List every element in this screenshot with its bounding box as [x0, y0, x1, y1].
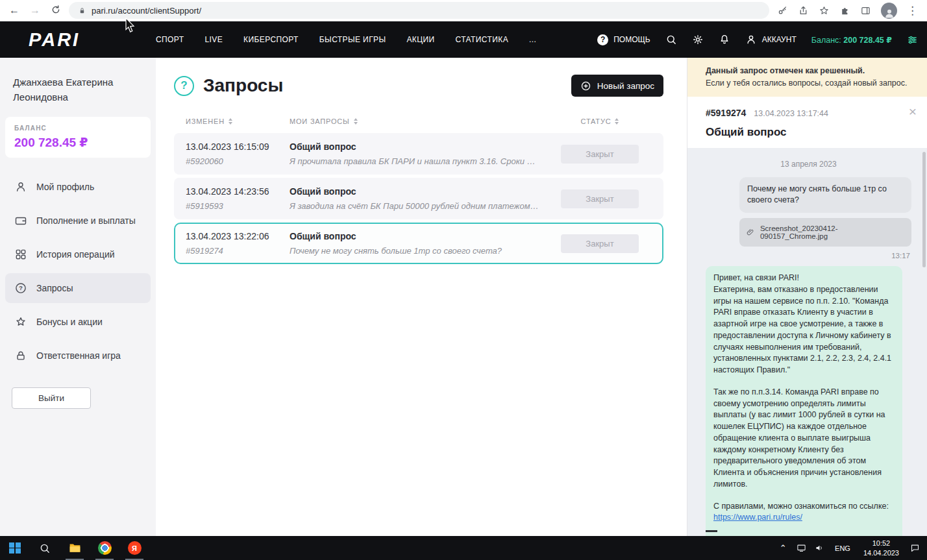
browser-profile-avatar[interactable]: [881, 3, 897, 19]
sidebar-item-label: Бонусы и акции: [36, 317, 103, 327]
language-indicator[interactable]: ENG: [829, 544, 856, 552]
windows-logo-icon: [9, 542, 21, 554]
extensions-puzzle-icon[interactable]: [839, 5, 850, 16]
star-icon: [14, 315, 27, 328]
chat-date-divider: 13 апреля 2023: [706, 160, 911, 169]
search-icon[interactable]: [665, 34, 677, 45]
nav-item-live[interactable]: LIVE: [204, 35, 223, 44]
message-time: 13:17: [706, 252, 910, 260]
password-key-icon[interactable]: [777, 5, 788, 16]
file-explorer-icon[interactable]: [60, 536, 90, 560]
browser-refresh-button[interactable]: [48, 5, 64, 17]
nav-item-sport[interactable]: СПОРТ: [156, 35, 184, 44]
resolved-notice-title: Данный запрос отмечен как решенный.: [706, 65, 909, 77]
taskbar-date: 14.04.2023: [863, 548, 899, 558]
request-row-selected[interactable]: 13.04.2023 13:22:06 #5919274 Общий вопро…: [174, 223, 663, 264]
ticket-subject: Общий вопрос: [687, 118, 927, 148]
attachment-chip[interactable]: Screenshot_20230412-090157_Chrome.jpg: [739, 218, 911, 247]
status-badge: Закрыт: [561, 234, 639, 253]
new-request-label: Новый запрос: [597, 81, 654, 91]
sort-icon: [354, 118, 358, 125]
user-message-bubble: Почему не могу снять больше 1тр со своег…: [739, 177, 911, 213]
header-balance-value: 200 728.45 ₽: [843, 36, 892, 45]
pari-logo[interactable]: PARI: [0, 29, 156, 51]
help-question-icon: ?: [597, 34, 608, 45]
sidebar-item-label: Запросы: [36, 283, 73, 293]
notifications-bell-icon[interactable]: [719, 34, 730, 45]
sidebar-menu: Мой профиль Пополнение и выплаты История…: [0, 172, 156, 371]
svg-text:?: ?: [19, 285, 23, 291]
header-right: ? ПОМОЩЬ АККАУНТ Баланс: 200 728.45 ₽: [597, 34, 927, 45]
request-row[interactable]: 13.04.2023 16:15:09 #5920060 Общий вопро…: [174, 133, 663, 175]
address-bar[interactable]: pari.ru/account/clientSupport/: [69, 2, 769, 19]
nav-item-fast-games[interactable]: БЫСТРЫЕ ИГРЫ: [319, 35, 386, 44]
chat-area: 13 апреля 2023 Почему не могу снять боль…: [687, 148, 927, 537]
sidebar-item-profile[interactable]: Мой профиль: [5, 172, 151, 202]
sidebar-item-label: История операций: [36, 249, 115, 260]
requests-question-icon: ?: [174, 76, 194, 96]
filters-sliders-icon[interactable]: [907, 34, 918, 45]
logout-button[interactable]: Выйти: [12, 387, 91, 409]
agent-text: Привет, на связи PARI! Екатерина, вам от…: [713, 273, 895, 376]
start-button[interactable]: [0, 536, 30, 560]
sidebar-item-history[interactable]: История операций: [5, 239, 151, 269]
column-header-modified[interactable]: ИЗМЕНЕН: [186, 117, 290, 125]
column-header-status[interactable]: СТАТУС: [581, 117, 619, 125]
new-request-button[interactable]: Новый запрос: [571, 75, 663, 97]
browser-actions: ⋮: [774, 3, 921, 19]
account-label: АККАУНТ: [762, 35, 797, 44]
notification-center-icon[interactable]: [906, 536, 923, 560]
browser-forward-button[interactable]: →: [27, 5, 43, 16]
nav-item-more[interactable]: ...: [529, 35, 536, 44]
nav-item-cybersport[interactable]: КИБЕРСПОРТ: [243, 35, 299, 44]
sidebar-item-payments[interactable]: Пополнение и выплаты: [5, 206, 151, 236]
nav-item-promos[interactable]: АКЦИИ: [406, 35, 434, 44]
tray-expand-caret[interactable]: ⌃: [774, 536, 791, 560]
sort-icon: [229, 118, 232, 125]
bookmark-star-icon[interactable]: [819, 5, 830, 16]
url-text: pari.ru/account/clientSupport/: [92, 6, 201, 16]
chat-scrollbar[interactable]: [922, 152, 926, 267]
profile-icon: [14, 180, 27, 193]
browser-back-button[interactable]: ←: [6, 5, 22, 16]
taskbar-search-icon[interactable]: [30, 536, 60, 560]
close-icon[interactable]: ×: [909, 106, 917, 117]
sort-icon: [615, 118, 619, 125]
chrome-icon[interactable]: [90, 536, 119, 560]
agent-text: Так же по п.п.3.14. Команда PARI вправе …: [713, 387, 895, 491]
browser-menu-icon[interactable]: ⋮: [907, 4, 918, 18]
grid-icon: [14, 248, 27, 261]
side-panel-icon[interactable]: [860, 5, 871, 16]
paperclip-icon: [746, 228, 755, 237]
tray-volume-icon[interactable]: [811, 536, 828, 560]
request-row[interactable]: 13.04.2023 14:23:56 #5919593 Общий вопро…: [174, 178, 663, 219]
header-balance[interactable]: Баланс: 200 728.45 ₽: [811, 35, 892, 45]
tray-network-icon[interactable]: [793, 536, 810, 560]
request-id: #5919274: [186, 246, 290, 256]
yandex-browser-icon[interactable]: Я: [119, 536, 149, 560]
sidebar-item-requests[interactable]: ? Запросы: [5, 273, 151, 303]
resolved-notice-text: Если у тебя остались вопросы, создай нов…: [706, 77, 909, 90]
help-button[interactable]: ? ПОМОЩЬ: [597, 34, 650, 45]
lock-icon: [14, 349, 27, 362]
ticket-datetime: 13.04.2023 13:17:44: [754, 109, 828, 118]
sidebar-item-bonuses[interactable]: Бонусы и акции: [5, 307, 151, 337]
chat-bottom-dash: [706, 530, 717, 532]
request-subject: Общий вопрос: [290, 186, 548, 197]
nav-item-statistics[interactable]: СТАТИСТИКА: [456, 35, 508, 44]
taskbar-clock[interactable]: 10:52 14.04.2023: [858, 539, 905, 558]
balance-label: БАЛАНС: [14, 125, 142, 132]
resolved-notice: Данный запрос отмечен как решенный. Если…: [687, 58, 927, 97]
rules-link[interactable]: https://www.pari.ru/rules/: [713, 513, 802, 522]
account-sidebar: Джанхаева Екатерина Леонидовна БАЛАНС 20…: [0, 58, 156, 536]
requests-table-header: ИЗМЕНЕН МОИ ЗАПРОСЫ СТАТУС: [174, 117, 663, 125]
share-icon[interactable]: [798, 5, 809, 16]
site-security-lock-icon[interactable]: [78, 6, 86, 15]
settings-gear-icon[interactable]: [692, 34, 704, 45]
sidebar-item-responsible-gaming[interactable]: Ответственная игра: [5, 341, 151, 371]
main-nav: СПОРТ LIVE КИБЕРСПОРТ БЫСТРЫЕ ИГРЫ АКЦИИ…: [156, 35, 536, 44]
column-header-my-requests[interactable]: МОИ ЗАПРОСЫ: [290, 117, 548, 125]
account-button[interactable]: АККАУНТ: [745, 34, 797, 45]
help-label: ПОМОЩЬ: [613, 35, 650, 44]
page-title: Запросы: [203, 75, 283, 96]
